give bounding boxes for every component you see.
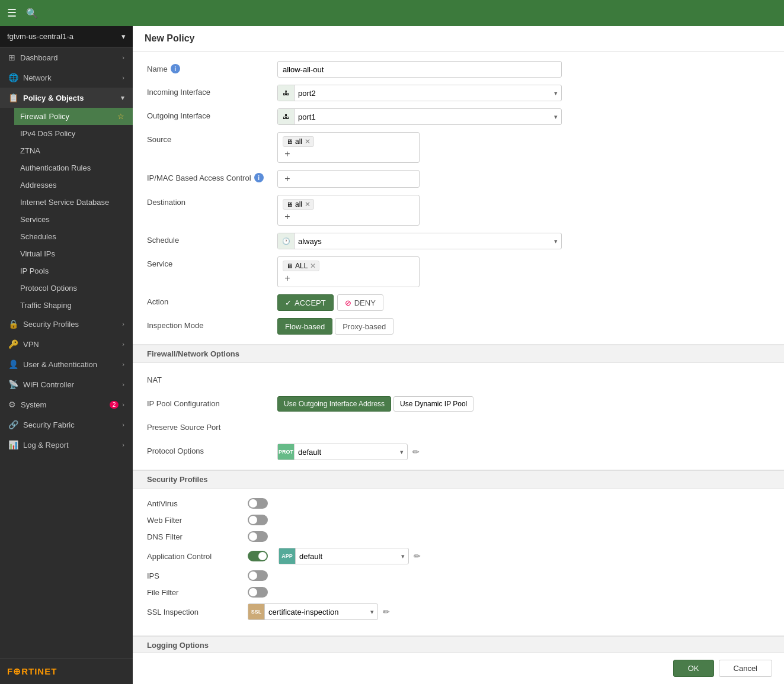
protocol-options-edit-icon[interactable]: ✏ bbox=[411, 446, 421, 458]
chevron-right-icon: › bbox=[122, 381, 124, 388]
chevron-right-icon: › bbox=[122, 341, 124, 348]
ssl-inspection-edit-icon[interactable]: ✏ bbox=[382, 606, 391, 618]
sidebar-item-ztna[interactable]: ZTNA bbox=[14, 142, 133, 159]
sidebar-item-services[interactable]: Services bbox=[14, 211, 133, 228]
ip-mac-tag-box[interactable]: + bbox=[277, 170, 420, 188]
sidebar-label-traffic-shaping: Traffic Shaping bbox=[20, 301, 72, 310]
cancel-button[interactable]: Cancel bbox=[719, 660, 772, 677]
app-control-edit-icon[interactable]: ✏ bbox=[412, 550, 422, 562]
deny-button[interactable]: ⊘ DENY bbox=[337, 294, 383, 311]
outgoing-interface-row: Outgoing Interface 🖧 port1 ▾ bbox=[147, 108, 770, 125]
source-label: Source bbox=[147, 132, 277, 144]
name-input[interactable] bbox=[277, 61, 562, 78]
name-info-icon[interactable]: i bbox=[171, 64, 180, 73]
star-icon: ☆ bbox=[117, 112, 124, 121]
ip-mac-add-icon[interactable]: + bbox=[281, 173, 293, 185]
ip-mac-info-icon[interactable]: i bbox=[254, 173, 264, 182]
ssl-inspection-select[interactable]: certificate-inspection bbox=[265, 608, 367, 616]
page-title: New Policy bbox=[145, 33, 772, 44]
source-add-icon[interactable]: + bbox=[281, 148, 293, 160]
use-dynamic-ip-pool-button[interactable]: Use Dynamic IP Pool bbox=[393, 396, 473, 412]
sidebar-item-ip-pools[interactable]: IP Pools bbox=[14, 262, 133, 280]
sidebar-item-security-profiles[interactable]: 🔒 Security Profiles › bbox=[0, 314, 133, 334]
destination-row: Destination 🖥 all ✕ + bbox=[147, 195, 770, 226]
sidebar-item-system[interactable]: ⚙ System 2 › bbox=[0, 394, 133, 415]
schedule-select[interactable]: always bbox=[295, 237, 551, 246]
sidebar-device[interactable]: fgtvm-us-central1-a ▾ bbox=[0, 26, 133, 47]
security-fabric-icon: 🔗 bbox=[8, 420, 18, 429]
tag-remove-icon[interactable]: ✕ bbox=[305, 200, 311, 208]
preserve-source-port-label: Preserve Source Port bbox=[147, 420, 277, 432]
web-filter-toggle[interactable] bbox=[248, 515, 268, 525]
inspection-mode-row: Inspection Mode Flow-based Proxy-based bbox=[147, 318, 770, 335]
fw-network-section-header: Firewall/Network Options bbox=[133, 345, 784, 363]
protocol-options-select[interactable]: default bbox=[295, 448, 396, 457]
destination-tag-all: 🖥 all ✕ bbox=[283, 199, 314, 210]
sidebar-item-log-report[interactable]: 📊 Log & Report › bbox=[0, 435, 133, 455]
sidebar-footer: F⊕RTINET bbox=[0, 659, 133, 684]
interface-icon: 🖧 bbox=[278, 109, 295, 124]
destination-control: 🖥 all ✕ + bbox=[277, 195, 562, 226]
sidebar-label-policy-objects: Policy & Objects bbox=[23, 94, 84, 102]
sidebar-item-addresses[interactable]: Addresses bbox=[14, 176, 133, 194]
sidebar-item-schedules[interactable]: Schedules bbox=[14, 228, 133, 245]
service-row: Service 🖥 ALL ✕ + bbox=[147, 256, 770, 287]
chevron-right-icon: › bbox=[122, 361, 124, 368]
ips-toggle[interactable] bbox=[248, 570, 268, 581]
sidebar-item-internet-service-db[interactable]: Internet Service Database bbox=[14, 194, 133, 211]
ssl-inspection-label: SSL Inspection bbox=[147, 608, 242, 616]
sidebar-item-ipv4-dos[interactable]: IPv4 DoS Policy bbox=[14, 125, 133, 142]
dns-filter-toggle[interactable] bbox=[248, 531, 268, 542]
ip-mac-control: + bbox=[277, 170, 562, 188]
accept-button[interactable]: ✓ ACCEPT bbox=[277, 294, 334, 311]
outgoing-interface-select[interactable]: port1 bbox=[295, 113, 551, 121]
destination-add-icon[interactable]: + bbox=[281, 211, 293, 223]
sidebar-item-traffic-shaping[interactable]: Traffic Shaping bbox=[14, 297, 133, 314]
service-add-icon[interactable]: + bbox=[281, 272, 293, 284]
tag-icon: 🖥 bbox=[286, 201, 293, 208]
sidebar-label-protocol-options: Protocol Options bbox=[20, 284, 77, 293]
file-filter-toggle[interactable] bbox=[248, 587, 268, 598]
sidebar-label-services: Services bbox=[20, 215, 50, 224]
select-arrow-icon: ▾ bbox=[551, 237, 561, 245]
sidebar-item-user-auth[interactable]: 👤 User & Authentication › bbox=[0, 354, 133, 374]
incoming-interface-select[interactable]: port2 bbox=[295, 89, 551, 98]
ip-pool-config-label: IP Pool Configuration bbox=[147, 396, 277, 408]
destination-tag-box[interactable]: 🖥 all ✕ + bbox=[277, 195, 420, 226]
antivirus-toggle[interactable] bbox=[248, 498, 268, 509]
select-arrow-icon: ▾ bbox=[551, 89, 561, 97]
tag-remove-icon[interactable]: ✕ bbox=[305, 137, 311, 146]
select-arrow-icon: ▾ bbox=[396, 448, 407, 456]
use-outgoing-address-button[interactable]: Use Outgoing Interface Address bbox=[277, 396, 391, 412]
sidebar-item-auth-rules[interactable]: Authentication Rules bbox=[14, 159, 133, 176]
proxy-based-button[interactable]: Proxy-based bbox=[335, 318, 393, 335]
sidebar-item-wifi-controller[interactable]: 📡 WiFi Controller › bbox=[0, 374, 133, 394]
destination-label: Destination bbox=[147, 195, 277, 207]
preserve-source-port-control bbox=[277, 420, 562, 429]
file-filter-label: File Filter bbox=[147, 588, 242, 597]
sidebar-item-virtual-ips[interactable]: Virtual IPs bbox=[14, 245, 133, 262]
sidebar-item-network[interactable]: 🌐 Network › bbox=[0, 68, 133, 88]
schedule-control: 🕐 always ▾ bbox=[277, 233, 562, 249]
service-tag-box[interactable]: 🖥 ALL ✕ + bbox=[277, 256, 420, 287]
hamburger-icon[interactable]: ☰ bbox=[7, 7, 17, 20]
sidebar-item-security-fabric[interactable]: 🔗 Security Fabric › bbox=[0, 415, 133, 435]
flow-based-button[interactable]: Flow-based bbox=[277, 318, 332, 335]
search-icon[interactable]: 🔍 bbox=[26, 8, 38, 19]
sidebar-item-vpn[interactable]: 🔑 VPN › bbox=[0, 334, 133, 354]
file-filter-row: File Filter bbox=[147, 587, 770, 598]
protocol-options-row: Protocol Options PROT default ▾ ✏ bbox=[147, 444, 770, 460]
sidebar-item-firewall-policy[interactable]: Firewall Policy ☆ bbox=[14, 108, 133, 125]
tag-icon: 🖥 bbox=[286, 138, 293, 145]
sidebar-item-protocol-options[interactable]: Protocol Options bbox=[14, 280, 133, 297]
topbar: ☰ 🔍 bbox=[0, 0, 784, 26]
sidebar-item-policy-objects[interactable]: 📋 Policy & Objects ▾ bbox=[0, 88, 133, 108]
sidebar-label-security-profiles: Security Profiles bbox=[23, 320, 79, 329]
sidebar-item-dashboard[interactable]: ⊞ Dashboard › bbox=[0, 47, 133, 68]
app-control-select[interactable]: default bbox=[296, 552, 398, 561]
source-tag-box[interactable]: 🖥 all ✕ + bbox=[277, 132, 420, 163]
sidebar-label-ztna: ZTNA bbox=[20, 146, 40, 155]
ok-button[interactable]: OK bbox=[673, 660, 714, 677]
tag-remove-icon[interactable]: ✕ bbox=[310, 262, 316, 270]
app-control-toggle[interactable] bbox=[248, 551, 268, 561]
